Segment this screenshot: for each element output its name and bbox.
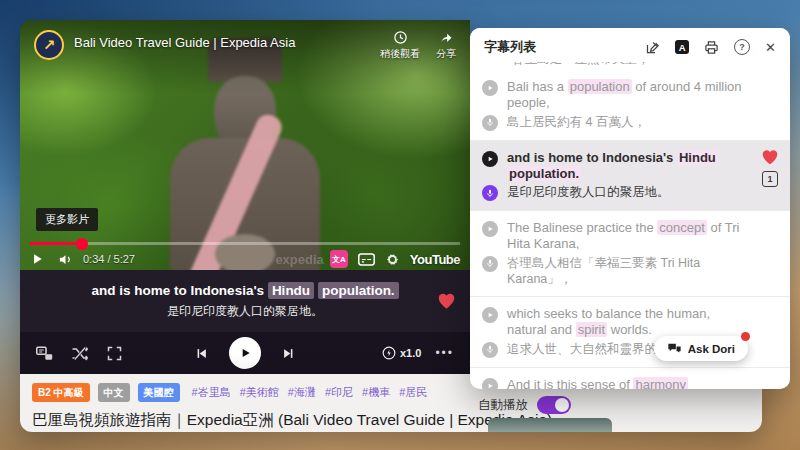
watch-later-label: 稍後觀看 (380, 47, 420, 61)
subtitle-text: And it is this sense of (507, 377, 633, 390)
playback-speed-button[interactable]: x1.0 (382, 346, 421, 360)
row-mic-icon[interactable] (482, 256, 498, 272)
subtitle-text: Bali has a (507, 79, 568, 94)
row-play-icon[interactable] (482, 378, 498, 390)
help-icon[interactable]: ? (734, 39, 750, 55)
subtitle-row[interactable]: And it is this sense of harmony這種和諧的氛圍 (470, 367, 790, 390)
fullscreen-icon[interactable] (107, 346, 122, 361)
subtitle-text: and is home to Indonesia's (507, 150, 677, 165)
row-zh-text: 是印尼印度教人口的聚居地。 (507, 184, 670, 200)
time-display: 0:34 / 5:27 (83, 253, 135, 265)
row-play-icon[interactable] (482, 151, 498, 167)
chat-bubbles-icon (667, 342, 682, 355)
video-page-title: 巴厘島視頻旅遊指南｜Expedia亞洲 (Bali Video Travel G… (32, 410, 762, 431)
row-heart-icon[interactable] (761, 149, 779, 165)
video-player: ↗ Bali Video Travel Guide | Expedia Asia… (20, 20, 470, 374)
favorite-heart-icon[interactable] (437, 293, 456, 310)
expedia-watermark: expedia (275, 252, 323, 267)
subtitle-row-active[interactable]: and is home to Indonesia's Hindu populat… (470, 140, 790, 211)
autoplay-toggle[interactable] (537, 396, 571, 414)
shuffle-off-icon[interactable] (71, 346, 89, 361)
highlighted-word[interactable]: population (568, 79, 632, 94)
previous-track-icon[interactable] (194, 346, 209, 361)
hashtag[interactable]: #機車 (362, 385, 390, 400)
close-icon[interactable]: ✕ (765, 40, 776, 55)
row-zh-text: 島上居民約有 4 百萬人， (507, 114, 646, 130)
screen: ↗ Bali Video Travel Guide | Expedia Asia… (0, 0, 800, 450)
volume-icon[interactable] (58, 252, 73, 267)
language-badge[interactable]: 中文 (98, 383, 130, 402)
row-play-icon[interactable] (482, 80, 498, 96)
highlighted-word[interactable]: concept (657, 220, 707, 235)
next-video-thumbnail[interactable] (488, 418, 612, 432)
subtitle-text: worlds. (607, 322, 652, 337)
watch-later-button[interactable]: 稍後觀看 (380, 30, 420, 61)
current-subtitle-overlay: and is home to Indonesia's Hindu populat… (20, 270, 470, 332)
level-badge[interactable]: B2 中高級 (32, 383, 90, 402)
play-icon[interactable] (30, 252, 44, 266)
subtitle-list-panel: 字幕列表 A ? ✕ 峇里島是一座熱帶天堂，Bali has a populat… (470, 28, 790, 389)
progress-bar[interactable] (30, 242, 460, 245)
row-play-icon[interactable] (482, 221, 498, 237)
panel-title: 字幕列表 (484, 38, 536, 56)
row-mic-icon[interactable] (482, 342, 498, 358)
captions-icon[interactable] (358, 253, 375, 266)
subtitle-zh-line[interactable]: 是印尼印度教人口的聚居地。 (167, 303, 323, 320)
highlighted-word[interactable]: Hindu (677, 150, 718, 165)
progress-fill (30, 242, 82, 245)
row-en-text: and is home to Indonesia's Hindu populat… (507, 150, 750, 183)
highlighted-word[interactable]: Hindu (268, 282, 314, 299)
row-play-icon[interactable] (482, 307, 498, 323)
video-overlay-title: Bali Video Travel Guide | Expedia Asia (74, 30, 295, 56)
row-en-text: The Balinese practice the concept of Tri… (507, 220, 750, 253)
clock-icon (393, 30, 408, 45)
print-icon[interactable] (704, 40, 719, 55)
edit-icon[interactable] (645, 40, 660, 55)
subtitle-text: The Balinese practice the (507, 220, 657, 235)
accent-badge[interactable]: 美國腔 (138, 383, 180, 402)
highlighted-word[interactable]: harmony (633, 377, 688, 390)
translate-icon[interactable]: 文A (330, 250, 348, 268)
row-mic-icon[interactable] (482, 115, 498, 131)
row-en-text: Bali has a population of around 4 millio… (507, 79, 750, 112)
autoplay-label: 自動播放 (478, 397, 528, 414)
subtitle-mode-icon[interactable] (36, 346, 53, 361)
youtube-logo[interactable]: YouTube (410, 252, 460, 267)
speed-label: x1.0 (400, 347, 421, 359)
subtitle-row[interactable]: The Balinese practice the concept of Tri… (470, 210, 790, 296)
speed-icon (382, 346, 396, 360)
video-top-overlay: ↗ Bali Video Travel Guide | Expedia Asia… (20, 20, 470, 94)
notification-dot (741, 332, 750, 341)
row-en-text: And it is this sense of harmony (507, 377, 688, 390)
ask-dori-button[interactable]: Ask Dori (654, 336, 748, 361)
hashtag[interactable]: #美術館 (240, 385, 279, 400)
highlighted-word[interactable]: spirit (576, 322, 607, 337)
settings-gear-icon[interactable] (385, 252, 400, 267)
more-options-button[interactable]: ••• (435, 346, 454, 360)
hashtag[interactable]: #海灘 (288, 385, 316, 400)
play-pause-button[interactable] (229, 337, 261, 369)
share-icon (439, 30, 454, 45)
row-mic-icon[interactable] (482, 185, 498, 201)
flashcard-count-icon[interactable]: 1 (762, 171, 778, 187)
panel-header: 字幕列表 A ? ✕ (470, 28, 790, 62)
next-track-icon[interactable] (281, 346, 296, 361)
subtitle-text: and is home to Indonesia's (91, 283, 268, 298)
hashtag[interactable]: #印尼 (325, 385, 353, 400)
vocabulary-highlight-icon[interactable]: A (675, 40, 689, 54)
hashtag[interactable]: #居民 (399, 385, 427, 400)
row-zh-text: 峇理島人相信「幸福三要素 Tri Hita Karana」， (507, 255, 750, 288)
row-en-text: which seeks to balance the human, natura… (507, 306, 750, 339)
expedia-logo-icon[interactable]: ↗ (34, 30, 64, 60)
video-frame[interactable]: ↗ Bali Video Travel Guide | Expedia Asia… (20, 20, 470, 270)
share-label: 分享 (436, 47, 456, 61)
share-button[interactable]: 分享 (436, 30, 456, 61)
hashtag[interactable]: #峇里島 (192, 385, 231, 400)
player-control-bar: x1.0 ••• (20, 332, 470, 374)
ask-dori-label: Ask Dori (688, 343, 735, 355)
subtitle-row[interactable]: Bali has a population of around 4 millio… (470, 70, 790, 140)
highlighted-word[interactable]: population. (318, 282, 399, 299)
subtitle-en-line[interactable]: and is home to Indonesia's Hindu populat… (91, 283, 398, 298)
more-videos-button[interactable]: 更多影片 (36, 208, 98, 231)
highlighted-word[interactable]: population. (507, 166, 581, 181)
